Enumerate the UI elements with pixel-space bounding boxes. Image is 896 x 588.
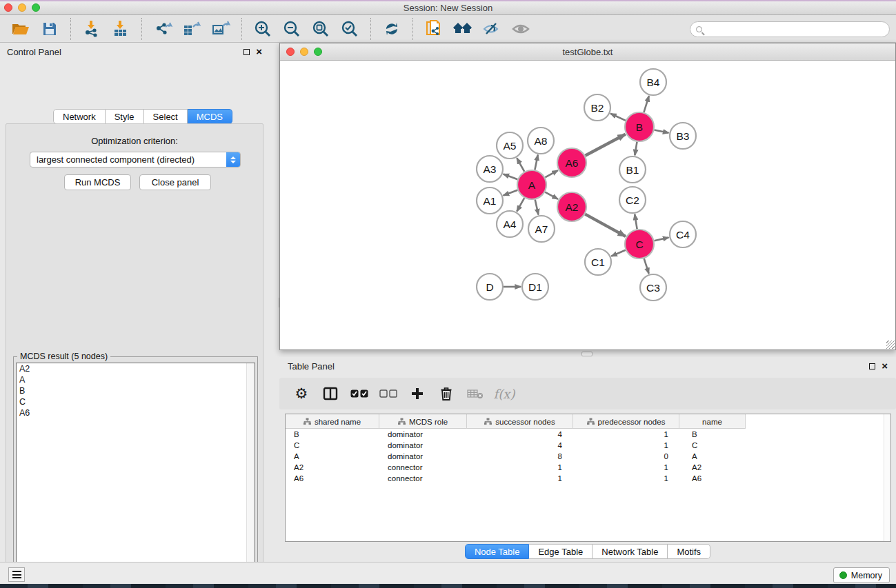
tab-network[interactable]: Network <box>53 109 106 124</box>
table-row[interactable]: A6connector11A6 <box>286 473 890 484</box>
edge-C-C3[interactable] <box>644 258 649 274</box>
zoom-in-icon[interactable] <box>248 18 277 40</box>
node-D1[interactable]: D1 <box>522 274 548 300</box>
cell-predecessor-nodes[interactable]: 0 <box>573 451 679 462</box>
node-C[interactable]: C <box>625 230 654 258</box>
edge-A-A6[interactable] <box>545 170 558 177</box>
node-B1[interactable]: B1 <box>619 156 646 183</box>
close-window-button[interactable] <box>4 3 12 12</box>
cell-successor-nodes[interactable]: 1 <box>467 473 573 484</box>
network-graph[interactable]: B4B2BB3A8A5A6B1A3AC2A1A2A4A7C4CC1C3DD1 <box>280 61 895 349</box>
tab-style[interactable]: Style <box>106 109 144 124</box>
node-A4[interactable]: A4 <box>497 211 523 237</box>
edge-A-A4[interactable] <box>517 198 524 212</box>
select-all-icon[interactable] <box>350 383 369 404</box>
network-window-titlebar[interactable]: testGlobe.txt <box>280 43 895 61</box>
zoom-fit-icon[interactable] <box>306 18 335 40</box>
tab-network-table[interactable]: Network Table <box>593 544 668 559</box>
apply-layout-icon[interactable] <box>377 18 406 40</box>
column-visibility-icon[interactable] <box>321 383 340 404</box>
export-image-icon[interactable] <box>206 18 235 40</box>
cell-predecessor-nodes[interactable]: 1 <box>573 429 679 440</box>
float-panel-icon[interactable] <box>243 49 250 55</box>
cell-name[interactable]: A6 <box>679 473 746 484</box>
import-table-icon[interactable] <box>106 18 135 40</box>
edge-C-C4[interactable] <box>654 238 668 241</box>
tab-mcds[interactable]: MCDS <box>188 109 232 124</box>
table-row[interactable]: Bdominator41B <box>286 429 890 440</box>
export-table-icon[interactable] <box>177 18 206 40</box>
show-eye-icon[interactable] <box>506 18 535 40</box>
cell-MCDS-role[interactable]: connector <box>379 462 467 473</box>
mcds-result-item[interactable]: A2 <box>17 363 255 374</box>
node-C4[interactable]: C4 <box>670 221 696 247</box>
cell-predecessor-nodes[interactable]: 1 <box>573 473 679 484</box>
cell-MCDS-role[interactable]: connector <box>379 473 467 484</box>
cell-name[interactable]: C <box>679 440 746 451</box>
column-header-MCDS-role[interactable]: MCDS role <box>379 414 467 429</box>
resize-grip-icon[interactable] <box>886 341 895 349</box>
edge-A6-B[interactable] <box>585 134 625 156</box>
edge-A-A1[interactable] <box>504 190 518 196</box>
hide-panels-icon[interactable] <box>477 18 506 40</box>
cell-shared-name[interactable]: B <box>286 429 379 440</box>
column-header-name[interactable]: name <box>679 414 746 429</box>
close-panel-icon[interactable]: × <box>256 48 262 55</box>
add-column-icon[interactable] <box>408 383 427 404</box>
edge-A-A8[interactable] <box>535 155 537 170</box>
cell-predecessor-nodes[interactable]: 1 <box>573 440 679 451</box>
mcds-result-item[interactable]: A6 <box>17 407 255 418</box>
edge-A-A7[interactable] <box>535 199 539 214</box>
function-builder-icon[interactable]: f(x) <box>495 383 514 404</box>
mcds-result-list[interactable]: A2ABCA6 <box>16 363 255 588</box>
edge-B-B4[interactable] <box>644 96 648 112</box>
tab-edge-table[interactable]: Edge Table <box>529 544 593 559</box>
import-network-icon[interactable] <box>77 18 106 40</box>
edge-A-A5[interactable] <box>517 158 524 172</box>
node-A6[interactable]: A6 <box>557 148 586 177</box>
table-options-icon[interactable]: ⚙ <box>292 383 311 404</box>
cell-shared-name[interactable]: C <box>286 440 379 451</box>
column-header-predecessor-nodes[interactable]: predecessor nodes <box>573 414 679 429</box>
edge-B-B1[interactable] <box>635 142 637 156</box>
edge-A2-C[interactable] <box>585 214 626 236</box>
deselect-all-icon[interactable] <box>379 383 398 404</box>
cell-successor-nodes[interactable]: 1 <box>467 462 573 473</box>
zoom-selected-icon[interactable] <box>335 18 364 40</box>
close-panel-button[interactable]: Close panel <box>139 174 211 190</box>
cell-name[interactable]: B <box>679 429 746 440</box>
memory-button[interactable]: Memory <box>833 567 890 583</box>
column-header-successor-nodes[interactable]: successor nodes <box>467 414 573 429</box>
cell-shared-name[interactable]: A <box>286 451 379 462</box>
cell-successor-nodes[interactable]: 4 <box>467 429 573 440</box>
panel-divider-grip[interactable] <box>581 352 593 356</box>
table-row[interactable]: Cdominator41C <box>286 440 890 451</box>
save-session-icon[interactable] <box>35 18 64 40</box>
cell-name[interactable]: A <box>679 451 746 462</box>
minimize-window-button[interactable] <box>18 3 26 12</box>
export-network-icon[interactable] <box>148 18 177 40</box>
cell-shared-name[interactable]: A2 <box>286 462 379 473</box>
cell-name[interactable]: A2 <box>679 462 746 473</box>
optimization-criterion-select[interactable]: largest connected component (directed) <box>30 152 241 168</box>
close-panel-icon[interactable]: × <box>882 363 888 369</box>
mcds-result-item[interactable]: C <box>17 396 255 407</box>
float-panel-icon[interactable] <box>869 363 875 369</box>
task-history-button[interactable] <box>8 567 25 582</box>
tab-motifs[interactable]: Motifs <box>668 544 710 559</box>
node-B4[interactable]: B4 <box>640 69 666 95</box>
node-A8[interactable]: A8 <box>528 128 554 154</box>
column-header-shared-name[interactable]: shared name <box>286 414 379 429</box>
delete-column-icon[interactable] <box>437 383 456 404</box>
node-A7[interactable]: A7 <box>528 216 555 242</box>
mcds-result-item[interactable]: A <box>17 374 255 385</box>
mcds-result-item[interactable]: B <box>17 385 255 396</box>
cell-MCDS-role[interactable]: dominator <box>379 451 467 462</box>
node-D[interactable]: D <box>477 274 503 300</box>
edge-A-A2[interactable] <box>545 192 558 199</box>
table-row[interactable]: A2connector11A2 <box>286 462 890 473</box>
cell-MCDS-role[interactable]: dominator <box>379 440 467 451</box>
node-A1[interactable]: A1 <box>477 187 503 214</box>
cell-successor-nodes[interactable]: 8 <box>467 451 573 462</box>
list-scrollbar[interactable] <box>246 363 255 587</box>
